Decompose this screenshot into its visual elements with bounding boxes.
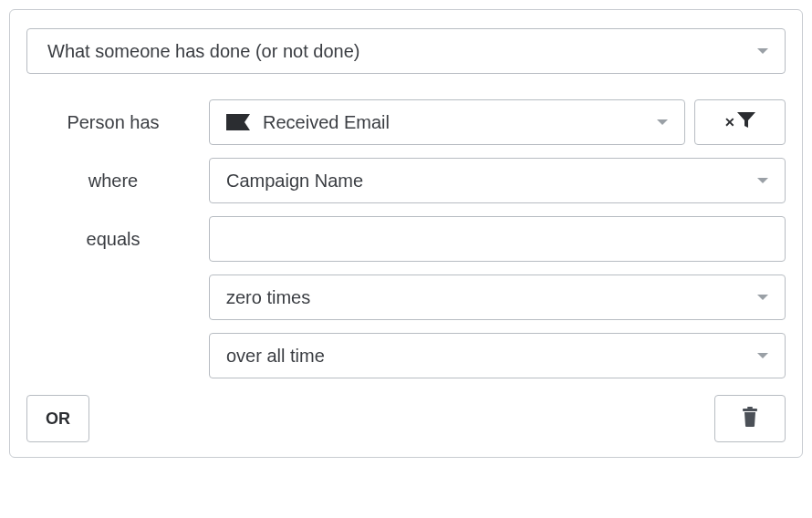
frequency-select[interactable]: zero times: [209, 275, 786, 320]
where-select[interactable]: Campaign Name: [209, 158, 786, 203]
condition-panel: What someone has done (or not done) Pers…: [9, 9, 803, 458]
condition-type-label: What someone has done (or not done): [47, 41, 359, 62]
funnel-icon: [737, 112, 755, 132]
condition-type-select[interactable]: What someone has done (or not done): [26, 28, 786, 74]
or-button[interactable]: OR: [26, 395, 89, 442]
chevron-down-icon: [757, 295, 768, 300]
chevron-down-icon: [757, 48, 768, 54]
svg-rect-2: [747, 407, 753, 409]
label-person-has: Person has: [26, 112, 209, 133]
chevron-down-icon: [657, 119, 668, 125]
row-timeframe: over all time: [26, 333, 786, 378]
chevron-down-icon: [757, 178, 768, 183]
timeframe-value: over all time: [226, 346, 325, 367]
panel-footer: OR: [26, 395, 786, 442]
equals-input[interactable]: [209, 216, 786, 262]
svg-marker-0: [226, 114, 250, 130]
svg-rect-3: [743, 409, 757, 411]
row-person-has: Person has Received Email ✕: [26, 99, 786, 145]
delete-button[interactable]: [714, 395, 786, 442]
remove-filter-button[interactable]: ✕: [694, 99, 786, 145]
row-where: where Campaign Name: [26, 158, 786, 203]
label-where: where: [26, 171, 209, 192]
x-icon: ✕: [724, 116, 735, 129]
timeframe-select[interactable]: over all time: [209, 333, 786, 378]
metric-select[interactable]: Received Email: [209, 99, 685, 145]
chevron-down-icon: [757, 353, 768, 358]
label-equals: equals: [26, 229, 209, 250]
row-equals: equals: [26, 216, 786, 262]
svg-marker-1: [737, 112, 755, 128]
where-value: Campaign Name: [226, 171, 363, 192]
row-frequency: zero times: [26, 275, 786, 320]
or-button-label: OR: [46, 409, 70, 429]
flag-icon: [226, 114, 250, 130]
metric-value: Received Email: [263, 112, 390, 133]
trash-icon: [742, 407, 758, 430]
frequency-value: zero times: [226, 287, 310, 308]
